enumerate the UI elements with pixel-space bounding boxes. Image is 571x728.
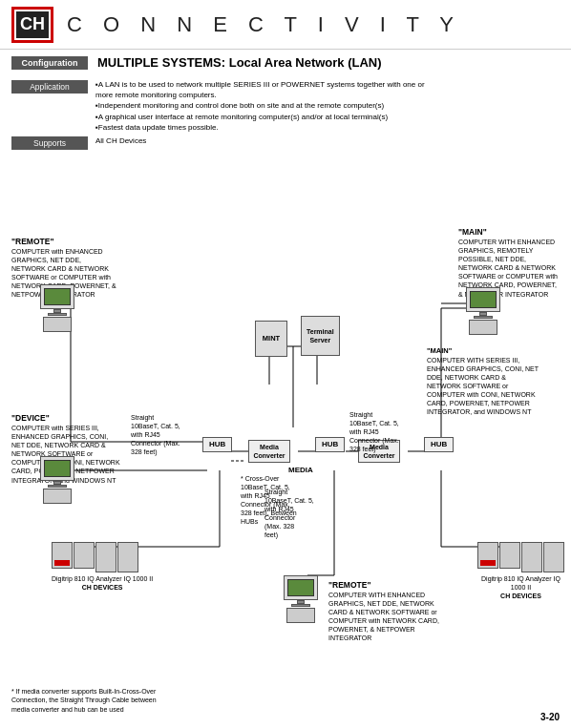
left-computer: [40, 284, 74, 332]
logo-box: CH: [11, 7, 53, 43]
device4: [117, 542, 138, 572]
strip-red1: [54, 560, 70, 566]
main-right-title: "MAIN": [458, 227, 559, 238]
config-label: Configuration: [11, 56, 88, 70]
remote-left-title: "REMOTE": [11, 237, 116, 247]
straight3-label: Straight 10BaseT, Cat. 5, with RJ45 Conn…: [264, 488, 314, 540]
base: [48, 313, 67, 316]
screen2: [44, 460, 71, 477]
logo-icon: CH: [16, 11, 49, 38]
cpu2: [43, 489, 72, 504]
footnote: * If media converter supports Built-In-C…: [11, 687, 157, 715]
diagram: "REMOTE" COMPUTER with ENHANCED GRAPHICS…: [11, 156, 560, 633]
hub2-box: HUB: [315, 437, 345, 452]
straight2-label: Straight 10BaseT, Cat. 5, with RJ45 Conn…: [349, 410, 399, 453]
device-title: "DEVICE": [11, 413, 121, 424]
main-right-computer-shape: [466, 287, 500, 335]
header-title: C O N N E C T I V I T Y: [67, 12, 461, 37]
device3: [95, 542, 116, 572]
application-label: Application: [11, 80, 88, 94]
device7: [521, 542, 542, 572]
digitrip-left: Digitrip 810 IQ Analyzer IQ 1000 II: [52, 574, 153, 583]
ch-devices-right-label: CH DEVICES: [477, 592, 564, 600]
screen4: [287, 579, 314, 596]
ch-devices-left-label: CH DEVICES: [52, 583, 153, 592]
hub3: HUB: [424, 437, 454, 452]
monitor: [40, 284, 74, 309]
config-bar: Configuration MULTIPLE SYSTEMS: Local Ar…: [0, 50, 571, 75]
screen: [44, 288, 71, 305]
header: CH C O N N E C T I V I T Y: [0, 0, 571, 50]
main2-title: "MAIN": [427, 346, 539, 356]
ch-devices-right: Digitrip 810 IQ Analyzer IQ 1000 II CH D…: [477, 542, 564, 600]
base3: [474, 316, 493, 319]
remote-right-desc: COMPUTER WITH ENHANCED GRAPHICS, NET DDE…: [328, 591, 441, 643]
device5: [477, 542, 498, 569]
base2: [48, 485, 67, 488]
device-strip-right: [477, 542, 564, 572]
ch-devices-left: Digitrip 810 IQ Analyzer IQ 1000 II CH D…: [52, 542, 153, 592]
supports-row: Supports All CH Devices: [11, 135, 560, 150]
main-content: Application ▪A LAN is to be used to netw…: [0, 75, 571, 156]
cpu4: [286, 608, 315, 623]
media-converter1: Media Converter: [248, 440, 290, 463]
supports-text: All CH Devices: [95, 135, 146, 146]
monitor3: [466, 287, 500, 312]
supports-label: Supports: [11, 136, 88, 150]
cpu3: [469, 320, 497, 335]
remote-right-block: "REMOTE" COMPUTER WITH ENHANCED GRAPHICS…: [328, 580, 441, 643]
screen3: [470, 291, 497, 308]
digitrip-right: Digitrip 810 IQ Analyzer IQ 1000 II: [477, 574, 564, 592]
main2-desc: COMPUTER WITH SERIES III, ENHANCED GRAPH…: [427, 356, 539, 417]
terminal-server-box: Terminal Server: [301, 316, 340, 356]
remote-right-title: "REMOTE": [328, 580, 441, 591]
terminal-server-equipment: Terminal Server: [301, 316, 340, 356]
page-number: 3-20: [540, 712, 560, 722]
strip-red2: [480, 560, 496, 566]
device-computer: [40, 456, 74, 504]
device-strip-left: [52, 542, 153, 572]
monitor4: [284, 575, 318, 600]
device-computer-shape: [40, 456, 74, 504]
bottom-computer: [284, 575, 318, 623]
left-computer-shape: [40, 284, 74, 332]
config-title: MULTIPLE SYSTEMS: Local Area Network (LA…: [97, 55, 382, 70]
mint-box: MINT: [255, 321, 287, 357]
hub3-box: HUB: [424, 437, 454, 452]
device8: [543, 542, 564, 572]
device2: [74, 542, 95, 569]
application-row: Application ▪A LAN is to be used to netw…: [11, 79, 560, 133]
straight1-label: Straight 10BaseT, Cat. 5, with RJ45 Conn…: [131, 413, 180, 456]
application-text: ▪A LAN is to be used to network multiple…: [95, 79, 425, 133]
hub1: HUB: [202, 437, 232, 452]
device6: [499, 542, 520, 569]
cpu: [43, 317, 72, 332]
monitor2: [40, 456, 74, 481]
mint-equipment: MINT: [255, 321, 287, 357]
hub2: HUB: [315, 437, 345, 452]
hub1-box: HUB: [202, 437, 232, 452]
media-converter1-box: Media Converter: [248, 440, 290, 463]
base4: [291, 604, 310, 607]
device1: [52, 542, 73, 569]
main2-block: "MAIN" COMPUTER WITH SERIES III, ENHANCE…: [427, 346, 539, 416]
main-right-computer: [466, 287, 500, 335]
bottom-computer-shape: [284, 575, 318, 623]
